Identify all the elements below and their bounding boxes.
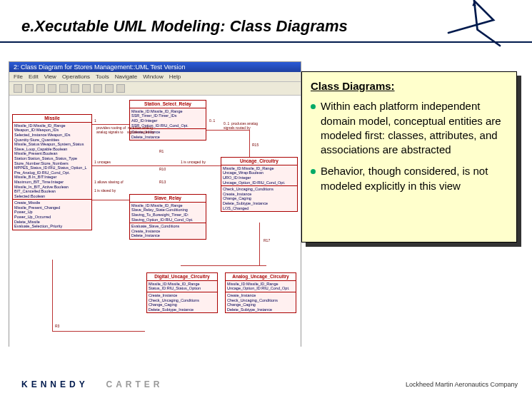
rel-tag: R13	[159, 180, 166, 184]
association-line	[181, 265, 266, 266]
bullet-icon	[311, 169, 316, 174]
toolbar-button[interactable]	[14, 84, 22, 93]
class-name: Station_Select_Relay	[130, 101, 206, 108]
class-slave-relay[interactable]: Slave_Relay Missile_ID:Missile_ID_Range …	[129, 194, 206, 240]
class-name: Uncage_Circuitry	[221, 158, 297, 165]
toolbar-button[interactable]	[36, 84, 45, 93]
bullet-text: Within each platform independent domain …	[321, 100, 501, 155]
footer-brand-a: KENNEDY	[21, 379, 88, 389]
toolbar-button[interactable]	[59, 84, 68, 93]
toolbar-button[interactable]	[116, 84, 125, 93]
class-ops: Create_Instance Check_Uncaging_Condition…	[226, 292, 296, 312]
class-analog-uncage[interactable]: Analog_Uncage_Circuitry Missile_ID:Missi…	[225, 272, 296, 313]
class-ops: Evaluate_Slave_Conditions Create_Instanc…	[130, 223, 206, 239]
class-ops: Create_Missile Missile_Present_Changed P…	[13, 200, 91, 230]
uml-app-screenshot: 2: Class Diagram for Stores Management::…	[9, 61, 301, 347]
menu-tools[interactable]: Tools	[96, 73, 109, 80]
rel-text: 1 uncages	[94, 160, 111, 164]
toolbar-button[interactable]	[105, 84, 114, 93]
class-station-select-relay[interactable]: Station_Select_Relay Missile_ID:Missile_…	[129, 100, 206, 141]
callout-list: Within each platform independent domain …	[311, 99, 508, 193]
class-missile[interactable]: Missile Missile_ID:Missile_ID_Range Weap…	[12, 114, 92, 230]
rel-tag: R3	[55, 324, 59, 328]
class-attrs: Missile_ID:Missile_ID_Range Slave_Relay_…	[130, 203, 206, 223]
class-name: Slave_Relay	[130, 195, 206, 203]
rel-text: 0..1 produces analog signals routed by	[224, 121, 258, 130]
diagram-canvas[interactable]: Missile Missile_ID:Missile_ID_Range Weap…	[9, 96, 301, 347]
toolbar-button[interactable]	[48, 84, 56, 93]
footer-right: Lockheed Martin Aeronautics Company	[406, 381, 518, 388]
mult-label: 1	[94, 118, 96, 123]
class-attrs: Missile_ID:Missile_ID_Range Uncage_Wrap:…	[221, 165, 297, 186]
menu-window[interactable]: Window	[143, 73, 163, 80]
class-attrs: Missile_ID:Missile_ID_Range Weapon_ID:We…	[13, 123, 91, 200]
class-uncage-circuitry[interactable]: Uncage_Circuitry Missile_ID:Missile_ID_R…	[221, 157, 298, 212]
menu-navigate[interactable]: Navigate	[115, 73, 138, 80]
menu-help[interactable]: Help	[169, 73, 181, 80]
toolbar-button[interactable]	[82, 84, 91, 93]
callout-box: Class Diagrams: Within each platform ind…	[301, 71, 517, 243]
menu-view[interactable]: View	[44, 73, 56, 80]
footer-brand-b: CARTER	[106, 379, 163, 389]
menu-edit[interactable]: Edit	[29, 73, 39, 80]
menubar[interactable]: File Edit View Operations Tools Navigate…	[9, 72, 301, 82]
rel-text: 1 is slaved by	[94, 188, 116, 193]
window-title: 2: Class Diagram for Stores Management::…	[9, 62, 301, 72]
class-attrs: Missile_ID:Missile_ID_Range Uncage_Optio…	[226, 281, 296, 292]
class-name: Analog_Uncage_Circuitry	[226, 273, 296, 281]
association-line	[259, 223, 260, 265]
svg-marker-0	[472, 1, 476, 6]
class-digital-uncage[interactable]: Digital_Uncage_Circuitry Missile_ID:Miss…	[146, 272, 218, 313]
class-ops: Check_Uncaging_Conditions Create_Instanc…	[221, 186, 297, 211]
class-name: Digital_Uncage_Circuitry	[147, 273, 217, 281]
toolbar-button[interactable]	[94, 84, 102, 93]
association-line	[206, 130, 249, 131]
toolbar-button[interactable]	[25, 84, 34, 93]
class-name: Missile	[13, 115, 91, 123]
menu-file[interactable]: File	[14, 73, 23, 80]
association-line	[92, 165, 221, 166]
rel-tag: R17	[264, 238, 270, 243]
bullet-icon	[311, 104, 316, 109]
star-logo-icon	[442, 0, 506, 58]
callout-bullet: Behavior, though considered, is not mode…	[311, 164, 508, 193]
toolbar	[9, 82, 301, 96]
rel-tag: R15	[252, 143, 259, 147]
mult-label: 0..1	[209, 118, 215, 123]
toolbar-button[interactable]	[71, 84, 79, 93]
class-attrs: Missile_ID:Missile_ID_Range Status_ID:RI…	[147, 281, 217, 292]
rel-tag: R10	[159, 167, 166, 171]
rel-tag: R1	[159, 149, 164, 153]
bullet-text: Behavior, though considered, is not mode…	[321, 165, 488, 191]
association-line	[92, 200, 129, 200]
callout-bullet: Within each platform independent domain …	[311, 99, 508, 157]
association-line	[249, 130, 250, 157]
association-line	[52, 331, 145, 332]
association-line	[52, 260, 53, 331]
rel-text: provides routing of receives analog anal…	[96, 126, 154, 134]
association-line	[92, 124, 129, 125]
title-rule	[0, 41, 532, 43]
footer-left: KENNEDY CARTER	[21, 379, 163, 389]
rel-text: 1 is uncaged by	[181, 160, 206, 164]
callout-title: Class Diagrams:	[311, 79, 508, 93]
class-ops: Create_Instance Check_Uncaging_Condition…	[147, 292, 217, 312]
menu-operations[interactable]: Operations	[62, 73, 90, 80]
page-title: e.Xecutable UML Modeling: Class Diagrams	[21, 17, 348, 36]
rel-text: 1 allows slaving of	[94, 180, 124, 184]
